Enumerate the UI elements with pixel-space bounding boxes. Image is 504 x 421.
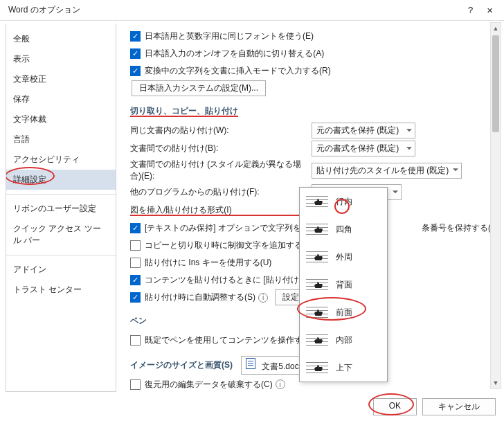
sidebar-item-save[interactable]: 保存 (6, 89, 116, 109)
wrap-option-topbottom[interactable]: 上下 (300, 354, 387, 382)
scroll-up-arrow-icon[interactable]: ▲ (491, 23, 501, 34)
sidebar-label: 文字体裁 (13, 114, 46, 124)
info-icon[interactable]: i (276, 379, 285, 389)
ime-settings-button[interactable]: 日本語入力システムの設定(M)... (132, 80, 266, 96)
section-cutcopypaste-label: 切り取り、コピー、貼り付け (130, 106, 238, 117)
wrap-option-label: 上下 (336, 362, 352, 374)
select-value: 元の書式を保持 (既定) (316, 125, 399, 135)
wrap-option-label: 内部 (336, 334, 352, 346)
sidebar-label: 言語 (13, 134, 30, 144)
ime-auto-label: 日本語入力のオン/オフを自動的に切り替える(A) (145, 48, 324, 60)
sidebar-label: アクセシビリティ (13, 154, 80, 164)
pen-default-checkbox[interactable] (130, 335, 141, 346)
wrap-behind-icon (305, 277, 329, 292)
sidebar-item-general[interactable]: 全般 (6, 29, 116, 49)
sidebar-item-addins[interactable]: アドイン (6, 260, 116, 280)
dialog-footer: OK キャンセル (373, 398, 496, 415)
sidebar-label: 保存 (13, 94, 30, 104)
same-font-checkbox[interactable] (130, 31, 141, 42)
wrap-option-label: 行内 (336, 196, 352, 208)
sidebar-item-quickaccess[interactable]: クイック アクセス ツール バー (6, 219, 116, 251)
sidebar-label: 文章校正 (13, 74, 46, 84)
other-prog-paste-label: 他のプログラムからの貼り付け(F): (130, 186, 303, 198)
ins-key-label: 貼り付けに Ins キーを使用する(U) (145, 257, 271, 269)
sidebar-item-display[interactable]: 表示 (6, 49, 116, 69)
sidebar-item-language[interactable]: 言語 (6, 129, 116, 150)
same-doc-paste-label: 同じ文書内の貼り付け(W): (130, 125, 303, 136)
wrap-option-label: 外周 (336, 251, 352, 263)
sidebar-label: 詳細設定 (13, 174, 46, 184)
auto-adjust-label: 貼り付け時に自動調整する(S) (145, 292, 255, 303)
document-icon (246, 358, 255, 369)
ime-auto-checkbox[interactable] (130, 48, 141, 59)
select-value: 貼り付け先のスタイルを使用 (既定) (316, 165, 449, 175)
wrap-option-inline[interactable]: 行内 (300, 188, 387, 215)
wrap-front-icon (305, 305, 329, 320)
window-title: Word のオプション (8, 4, 80, 16)
image-doc-name: 文書5.docx (262, 361, 303, 371)
cancel-label: キャンセル (438, 402, 480, 411)
sidebar-separator (6, 255, 116, 256)
sidebar-label: 表示 (13, 54, 30, 64)
info-icon[interactable]: i (258, 293, 268, 303)
sidebar-label: リボンのユーザー設定 (13, 204, 96, 213)
sidebar-item-typography[interactable]: 文字体裁 (6, 109, 116, 129)
wrap-option-label: 背面 (336, 279, 352, 291)
section-image-size: イメージのサイズと画質(S) (130, 359, 233, 371)
discard-edit-data-label: 復元用の編集データを破棄する(C) (145, 379, 273, 391)
same-font-label: 日本語用と英数字用に同じフォントを使う(E) (145, 30, 314, 42)
scroll-down-arrow-icon[interactable]: ▼ (491, 377, 501, 388)
style-diff-paste-select[interactable]: 貼り付け先のスタイルを使用 (既定) (312, 163, 462, 179)
wrap-through-icon (305, 332, 329, 348)
sidebar-label: 全般 (13, 34, 30, 44)
image-insert-format-label: 図を挿入/貼り付ける形式(I) (130, 205, 302, 216)
insert-mode-checkbox[interactable] (130, 66, 141, 76)
text-only-keep-checkbox[interactable] (130, 223, 141, 233)
cancel-button[interactable]: キャンセル (422, 398, 496, 415)
main-area: 全般 表示 文章校正 保存 文字体裁 言語 アクセシビリティ 詳細設定 リボンの… (0, 21, 504, 395)
paste-options-btn-checkbox[interactable] (130, 275, 141, 285)
ins-key-checkbox[interactable] (130, 258, 141, 268)
discard-edit-data-checkbox[interactable] (130, 379, 141, 390)
wrap-option-label: 前面 (336, 307, 352, 319)
pen-default-label: 既定でペンを使用してコンテンツを操作する (145, 334, 311, 346)
between-doc-paste-select[interactable]: 元の書式を保持 (既定) (312, 141, 415, 156)
wrap-option-square[interactable]: 四角 (300, 215, 387, 243)
sidebar-item-accessibility[interactable]: アクセシビリティ (6, 150, 116, 170)
sidebar-label: アドイン (13, 265, 46, 274)
help-button[interactable]: ? (468, 5, 473, 15)
select-value: 元の書式を保持 (既定) (316, 143, 399, 153)
sidebar-item-proofing[interactable]: 文章校正 (6, 69, 116, 89)
ime-settings-label: 日本語入力システムの設定(M)... (139, 82, 258, 94)
style-diff-paste-label: 文書間での貼り付け (スタイル定義が異なる場合)(E): (130, 159, 303, 182)
sidebar-separator (6, 194, 116, 195)
wrap-option-through[interactable]: 内部 (300, 326, 387, 354)
wrap-option-front[interactable]: 前面 (300, 298, 387, 326)
ok-button[interactable]: OK (373, 398, 417, 415)
wrap-square-icon (305, 222, 329, 237)
between-doc-paste-label: 文書間での貼り付け(B): (130, 143, 303, 154)
wrap-inline-icon (305, 194, 329, 209)
same-doc-paste-select[interactable]: 元の書式を保持 (既定) (312, 123, 415, 138)
close-button[interactable]: × (483, 3, 497, 17)
vertical-scrollbar[interactable]: ▲ ▼ (490, 22, 501, 389)
auto-adjust-checkbox[interactable] (130, 292, 141, 303)
wrap-option-label: 四角 (336, 224, 352, 235)
sidebar: 全般 表示 文章校正 保存 文字体裁 言語 アクセシビリティ 詳細設定 リボンの… (6, 24, 116, 392)
wrap-topbottom-icon (305, 360, 329, 375)
section-cutcopypaste: 切り取り、コピー、貼り付け (130, 106, 498, 117)
wrap-options-dropdown: 行内 四角 外周 背面 前面 内部 上下 (299, 187, 388, 382)
wrap-tight-icon (305, 249, 329, 265)
scrollbar-thumb[interactable] (492, 35, 499, 132)
wrap-option-behind[interactable]: 背面 (300, 271, 387, 298)
sidebar-item-trust[interactable]: トラスト センター (6, 280, 116, 300)
sidebar-label: トラスト センター (13, 285, 82, 294)
control-chars-checkbox[interactable] (130, 240, 141, 251)
sidebar-item-ribbon[interactable]: リボンのユーザー設定 (6, 199, 116, 219)
titlebar: Word のオプション ? × (0, 0, 504, 21)
sidebar-item-advanced[interactable]: 詳細設定 (6, 170, 116, 190)
insert-mode-label: 変換中の文字列を文書に挿入モードで入力する(R) (145, 65, 331, 77)
ok-label: OK (389, 401, 401, 411)
wrap-option-tight[interactable]: 外周 (300, 243, 387, 271)
control-chars-label: コピーと切り取り時に制御文字を追加する(C) (145, 240, 314, 251)
